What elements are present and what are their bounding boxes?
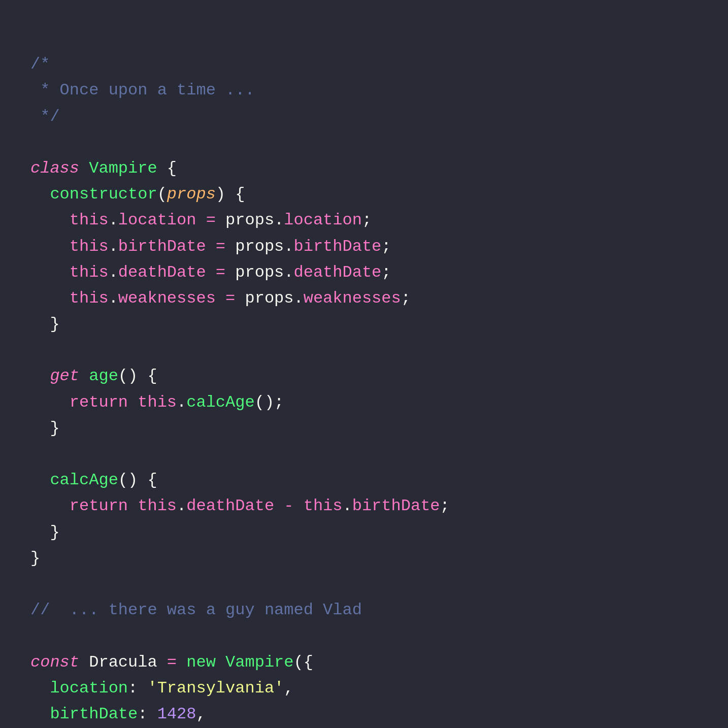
return-2: return [70,497,128,515]
this-7: this [304,497,343,515]
location-value: 'Transylvania' [147,679,284,698]
constructor-keyword: constructor [50,185,157,204]
constructor-param: props [167,185,216,204]
new-keyword: new [186,653,216,672]
location-key: location [50,679,128,698]
inline-comment: // ... there was a guy named Vlad [30,601,362,619]
birthdate-number: 1428 [157,705,196,723]
return-1: return [70,393,128,412]
this-2: this [70,237,109,256]
birthdate-key: birthDate [50,705,138,723]
this-1: this [70,211,109,229]
calcage-call: calcAge [186,393,254,412]
prop-weaknesses: weaknesses [118,289,216,308]
comment-line-2: * Once upon a time ... [30,81,255,100]
class-keyword: class [30,159,79,178]
prop-location: location [118,211,196,229]
comment-line-1: /* [30,55,50,74]
vampire-ref: Vampire [225,653,293,672]
code-content: /* * Once upon a time ... */ class Vampi… [30,25,698,728]
deathdate-ref: deathDate [186,497,274,515]
const-keyword: const [30,653,79,672]
this-3: this [70,263,109,282]
this-5: this [138,393,177,412]
prop-deathdate: deathDate [118,263,206,282]
prop-birthdate: birthDate [118,237,206,256]
code-editor: /* * Once upon a time ... */ class Vampi… [0,0,728,728]
get-keyword: get [50,367,79,385]
comment-line-3: */ [30,107,60,126]
this-6: this [138,497,177,515]
birthdate-ref: birthDate [352,497,440,515]
this-4: this [70,289,109,308]
age-method: age [89,367,118,385]
class-name: Vampire [89,159,157,178]
calcage-method: calcAge [50,471,118,489]
